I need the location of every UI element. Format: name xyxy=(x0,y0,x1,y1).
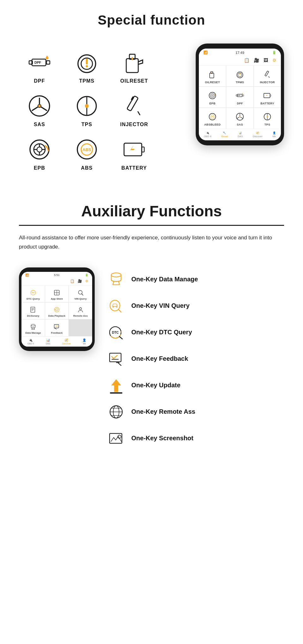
phone-grid-sas: SAS xyxy=(226,108,253,129)
aux-phone-dtcquery: ABS DTC Query xyxy=(21,285,45,302)
svg-point-9 xyxy=(86,65,88,67)
svg-rect-41 xyxy=(240,73,240,75)
abs-label: ABS xyxy=(81,165,93,171)
svg-marker-36 xyxy=(130,145,135,154)
svg-text:ABS: ABS xyxy=(82,147,91,152)
aux-phone-time: 5:51 xyxy=(54,273,60,277)
svg-point-90 xyxy=(110,300,120,311)
svg-line-82 xyxy=(34,328,34,329)
aux-features-list: One-Key Data Manage One-Key VIN Query xyxy=(107,267,284,447)
svg-rect-43 xyxy=(265,71,269,76)
svg-point-46 xyxy=(211,94,215,98)
phone-icon2: 🎥 xyxy=(254,58,259,63)
svg-line-87 xyxy=(113,281,114,284)
aux-divider xyxy=(19,225,284,226)
phone-label-tps: TPS xyxy=(264,123,270,126)
svg-rect-8 xyxy=(86,59,88,64)
aux-nav-obdii: 🔌OBD II xyxy=(27,338,34,345)
phone-label-absbleed: ABSBLEED xyxy=(204,123,221,126)
svg-point-78 xyxy=(54,307,59,312)
aux-phone-appstore: App Store xyxy=(45,285,68,302)
icon-item-oilreset: OILRESET xyxy=(114,50,155,84)
phone-label-sas: SAS xyxy=(237,123,243,126)
svg-point-42 xyxy=(240,75,240,76)
screenshot-icon xyxy=(107,430,125,447)
feature-feedback-label: One-Key Feedback xyxy=(131,355,188,362)
aux-phone-dataplayback: Data Playback xyxy=(45,302,68,319)
dpf-label: DPF xyxy=(34,78,45,84)
svg-line-85 xyxy=(54,328,56,329)
phone-nav: 🔌OBD II 🔧Reset 📊DAS 🧭Discover 👤Me xyxy=(199,129,281,140)
svg-point-26 xyxy=(37,147,42,152)
oilreset-icon xyxy=(122,50,147,75)
svg-rect-103 xyxy=(110,392,122,394)
tpms-label: TPMS xyxy=(79,78,94,84)
feature-feedback: One-Key Feedback xyxy=(107,350,284,368)
svg-point-52 xyxy=(242,93,243,94)
special-function-section: Special function DPF xyxy=(0,0,303,190)
phone-nav-discover: 🧭Discover xyxy=(253,132,263,138)
svg-point-45 xyxy=(209,92,216,99)
svg-rect-35 xyxy=(142,147,144,152)
svg-line-81 xyxy=(32,328,32,329)
svg-point-80 xyxy=(31,324,35,326)
feature-dtc-query: DTC One-Key DTC Query xyxy=(107,324,284,341)
injector-label: INJECTOR xyxy=(120,122,148,127)
feature-screenshot-label: One-Key Screenshot xyxy=(131,435,193,442)
icon-item-sas: SAS xyxy=(19,93,60,127)
phone-icon1: 📋 xyxy=(244,58,249,63)
svg-rect-5 xyxy=(46,56,48,57)
svg-point-60 xyxy=(240,116,241,117)
feature-screenshot: One-Key Screenshot xyxy=(107,430,284,447)
phone-grid-injector: INJECTOR xyxy=(254,66,281,86)
phone-grid-tps: TPS xyxy=(254,108,281,129)
svg-point-20 xyxy=(85,104,89,108)
phone-signal: 📶 xyxy=(203,50,208,55)
aux-phone-feedback: Feedback xyxy=(45,319,68,336)
phone-time: 17:49 xyxy=(235,51,244,55)
phone-label-injector: INJECTOR xyxy=(260,81,275,84)
svg-line-63 xyxy=(240,117,243,119)
phone-nav-reset: 🔧Reset xyxy=(221,132,228,138)
svg-rect-37 xyxy=(210,73,214,78)
phone-grid-battery: BATTERY xyxy=(254,87,281,108)
aux-phone-datamanage: Data Manage xyxy=(21,319,45,336)
feature-data-manage: One-Key Data Manage xyxy=(107,271,284,288)
svg-point-86 xyxy=(111,273,121,277)
aux-phone-nav: 🔌OBD II 📊DAS 🧭Discover 👤Me xyxy=(21,336,92,347)
svg-marker-55 xyxy=(266,94,268,97)
svg-point-47 xyxy=(212,95,213,97)
data-manage-icon xyxy=(107,271,125,288)
phone-grid-absbleed: ABS ABSBLEED xyxy=(199,108,226,129)
feedback-icon xyxy=(107,350,125,368)
svg-rect-2 xyxy=(46,61,50,64)
svg-line-73 xyxy=(82,294,83,295)
special-title: Special function xyxy=(19,13,284,28)
aux-title: Auxiliary Functions xyxy=(19,202,284,220)
icon-item-dpf: DPF DPF xyxy=(19,50,60,84)
phone-nav-me: 👤Me xyxy=(272,132,276,138)
svg-rect-50 xyxy=(242,95,244,96)
svg-line-88 xyxy=(119,281,120,284)
aux-phone-mockup: 📶 5:51 🔋 📋 🎥 ⚙ ABS DTC Query xyxy=(19,267,95,351)
aux-phone-screen: 📶 5:51 🔋 📋 🎥 ⚙ ABS DTC Query xyxy=(21,272,92,347)
aux-phone-remoteass: Remote Ass xyxy=(69,302,92,319)
phone-grid-dpf: DPF DPF xyxy=(226,87,253,108)
abs-icon: ABS xyxy=(74,137,99,162)
special-content: DPF DPF xyxy=(19,44,284,171)
phone-grid: OILRESET TPMS INJECTOR EPB xyxy=(199,66,281,129)
feature-vin-label: One-Key VIN Query xyxy=(131,302,190,309)
aux-description: All-round assistance to offer more user-… xyxy=(19,233,284,252)
oilreset-label: OILRESET xyxy=(120,78,148,84)
svg-line-15 xyxy=(32,107,38,111)
tps-icon xyxy=(74,93,99,119)
battery-icon xyxy=(122,137,147,162)
svg-text:DTC: DTC xyxy=(112,331,119,334)
icon-item-tps: TPS xyxy=(66,93,107,127)
aux-phone-grid: ABS DTC Query App Store VIN Query Di xyxy=(21,285,92,336)
aux-content: 📶 5:51 🔋 📋 🎥 ⚙ ABS DTC Query xyxy=(19,267,284,447)
svg-point-66 xyxy=(267,116,268,117)
svg-text:DPF: DPF xyxy=(34,61,41,64)
svg-rect-10 xyxy=(126,59,138,73)
svg-text:ABS: ABS xyxy=(211,116,214,117)
